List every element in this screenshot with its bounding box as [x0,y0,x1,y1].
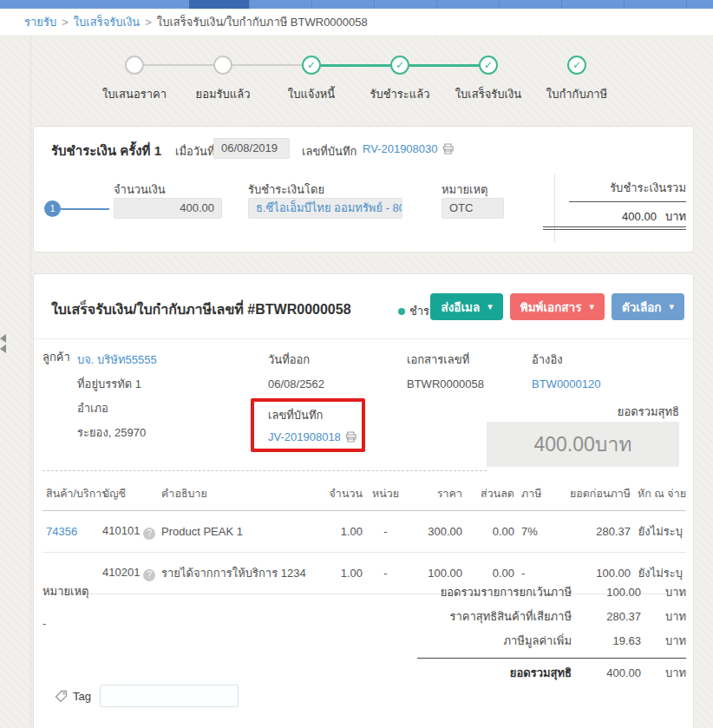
step-label-accepted: ยอมรับแล้ว [179,85,267,103]
payment-total-value: 400.00บาท [543,207,686,226]
step-circle-quotation [125,56,144,75]
breadcrumb-current: ใบเสร็จรับเงิน/ใบกำกับภาษี BTWR0000058 [157,16,368,29]
payment-record-label: เลขที่บันทึก [302,142,356,161]
section-dashed-divider [43,470,487,471]
help-icon[interactable]: ? [143,528,155,540]
customer-address-line: ระยอง, 25970 [77,421,157,445]
product-link[interactable]: 74356 [46,525,77,538]
col-header-discount: ส่วนลด [466,480,518,511]
options-button[interactable]: ตัวเลือก▾ [612,293,684,320]
receipt-title: ใบเสร็จรับเงิน/ใบกำกับภาษีเลขที่ #BTWR00… [51,298,351,320]
payment-total-rule [569,201,686,202]
check-icon: ✓ [572,59,581,71]
col-header-unit: หน่วย [366,480,405,511]
sidebar-collapse-icon[interactable] [0,332,9,355]
totals-summary: ยอดรวมรายการยกเว้นภาษี100.00บาท ราคาสุทธ… [417,580,686,684]
receipt-card: ใบเสร็จรับเงิน/ใบกำกับภาษีเลขที่ #BTWR00… [33,273,694,728]
customer-name-link[interactable]: บจ. บริษัท55555 [77,353,157,366]
receipt-header-divider [34,338,693,339]
col-header-account: บัญชี [99,480,158,511]
payment-note-label: หมายเหตุ [442,180,488,199]
tag-label: Tag [73,690,91,703]
payment-row-connector [61,208,109,210]
top-nav-bar [0,0,713,9]
col-header-price: ราคา [405,480,466,511]
summary-row: ราคาสุทธิสินค้าที่เสียภาษี280.37บาท [417,604,686,628]
stepper-connector [321,64,390,67]
summary-grand-total-row: ยอดรวมสุทธิ400.00บาท [417,658,686,684]
stepper-connector [144,64,213,66]
status-dot-icon [398,308,405,315]
col-header-tax: ภาษี [518,480,554,511]
chevron-down-icon: ▾ [589,301,594,312]
document-stepper: ✓ ✓ ✓ ✓ ใบเสนอราคา ยอมรับแล้ว ใบแจ้งหนี้… [90,56,621,108]
amount-label: จำนวนเงิน [114,180,166,199]
step-circle-receipt: ✓ [479,56,498,75]
payment-total-label: รับชำระเงินรวม [569,179,686,197]
col-header-wht: หัก ณ จ่าย [634,480,686,511]
issue-date-label: วันที่ออก [268,348,324,372]
stepper-connector [409,64,479,67]
journal-label: เลขที่บันทึก [268,406,356,424]
tag-icon [55,690,68,703]
summary-row: ภาษีมูลค่าเพิ่ม19.63บาท [417,628,686,653]
payment-total-double-rule [543,226,686,230]
send-email-button[interactable]: ส่งอีเมล▾ [430,293,502,320]
payment-date-label: เมื่อวันที่ [175,142,215,161]
step-circle-paid: ✓ [390,56,409,75]
grand-total-display: 400.00บาท [487,422,679,467]
customer-label: ลูกค้า [43,348,70,366]
payment-date-field[interactable]: 06/08/2019 [213,138,290,159]
customer-address-line: ที่อยู่บรรทัด 1 [77,372,157,397]
document-number-value: BTWR0000058 [407,372,484,397]
print-document-button[interactable]: พิมพ์เอกสาร▾ [510,293,605,320]
step-label-paid: รับชำระแล้ว [356,85,444,103]
payment-note-field[interactable]: OTC [442,198,504,219]
grand-total-label: ยอดรวมสุทธิ [506,403,679,421]
breadcrumb-link-income[interactable]: รายรับ [24,16,56,29]
chevron-down-icon: ▾ [487,301,493,312]
payment-card: รับชำระเงิน ครั้งที่ 1 เมื่อวันที่ 06/08… [33,126,694,253]
payment-row-number-badge: 1 [44,200,61,217]
printer-icon[interactable] [345,431,356,445]
payment-record-link[interactable]: RV-201908030 [363,142,454,157]
step-label-quotation: ใบเสนอราคา [90,85,179,103]
issue-date-value: 06/08/2562 [268,372,324,397]
item-description: รายได้จากการให้บริการ 1234 [158,553,318,594]
step-label-invoice: ใบแจ้งหนี้ [267,85,356,103]
col-header-description: คำอธิบาย [158,480,318,511]
customer-address-line: อำเภอ [77,397,157,421]
check-icon: ✓ [484,59,493,71]
breadcrumb-link-receipts[interactable]: ใบเสร็จรับเงิน [74,16,141,29]
journal-link[interactable]: JV-201908018 [268,430,341,443]
breadcrumb: รายรับ>ใบเสร็จรับเงิน>ใบเสร็จรับเงิน/ใบก… [0,9,713,36]
table-header-row: สินค้า/บริการ บัญชี คำอธิบาย จำนวน หน่วย… [43,480,686,511]
sidebar-divider [30,36,31,728]
notes-value: - [43,617,46,630]
step-circle-accepted [213,56,232,75]
payment-method-field[interactable]: ธ.ซีไอเอ็มบีไทย ออมทรัพย์ - 8000... [248,198,402,219]
tag-input[interactable] [100,685,239,707]
col-header-product: สินค้า/บริการ [43,480,99,511]
document-number-label: เอกสารเลขที่ [407,348,484,372]
printer-icon[interactable] [442,143,454,157]
notes-label: หมายเหตุ [43,582,89,600]
table-row: 74356 410101? Product PEAK 1 1.00 - 300.… [43,511,686,553]
chevron-down-icon: ▾ [669,301,674,312]
step-label-receipt: ใบเสร็จรับเงิน [444,85,533,103]
check-icon: ✓ [307,59,316,71]
stepper-connector [232,64,302,66]
payment-method-label: รับชำระเงินโดย [248,180,324,199]
step-circle-tax-invoice: ✓ [567,56,586,75]
item-description: Product PEAK 1 [158,511,318,553]
reference-link[interactable]: BTW0000120 [532,377,601,390]
reference-label: อ้างอิง [532,348,601,372]
breadcrumb-separator: > [62,16,69,29]
check-icon: ✓ [396,59,404,71]
help-icon[interactable]: ? [143,569,155,581]
amount-field[interactable]: 400.00 [114,198,222,219]
top-nav-active-segment[interactable] [189,0,249,9]
line-items-table: สินค้า/บริการ บัญชี คำอธิบาย จำนวน หน่วย… [43,480,686,594]
breadcrumb-separator: > [145,16,152,29]
step-circle-invoice: ✓ [302,56,321,75]
